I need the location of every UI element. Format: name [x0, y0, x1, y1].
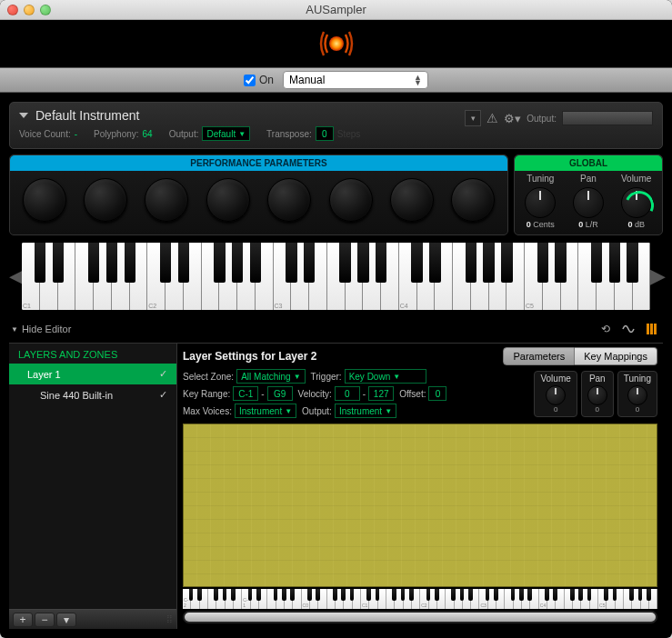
velocity-lo[interactable]: 0 — [335, 386, 360, 401]
black-key[interactable] — [426, 589, 431, 601]
select-zone-select[interactable]: All Matching▼ — [236, 369, 305, 384]
mini-keyboard[interactable]: C-2C-1C0C1C2C3C4C5 — [183, 589, 657, 609]
mapping-icon[interactable] — [645, 321, 661, 337]
black-key[interactable] — [274, 589, 278, 601]
transpose-value[interactable]: 0 — [316, 126, 334, 141]
black-key[interactable] — [460, 589, 465, 601]
black-key[interactable] — [553, 589, 557, 601]
black-key[interactable] — [250, 243, 261, 283]
black-key[interactable] — [231, 589, 236, 601]
on-checkbox-label[interactable]: On — [244, 74, 274, 86]
black-key[interactable] — [290, 589, 295, 601]
layer-tuning-knob[interactable] — [627, 385, 647, 405]
black-key[interactable] — [609, 243, 620, 283]
black-key[interactable] — [189, 589, 194, 601]
polyphony-value[interactable]: 64 — [143, 129, 153, 139]
black-key[interactable] — [627, 243, 637, 283]
black-key[interactable] — [35, 243, 45, 283]
black-key[interactable] — [587, 589, 592, 601]
black-key[interactable] — [527, 589, 532, 601]
warning-icon[interactable]: ⚠ — [486, 111, 498, 125]
black-key[interactable] — [376, 243, 386, 283]
black-key[interactable] — [333, 589, 337, 601]
black-key[interactable] — [409, 589, 414, 601]
black-key[interactable] — [214, 243, 225, 283]
layer-pan-knob[interactable] — [587, 385, 607, 405]
performance-knob-3[interactable] — [145, 178, 188, 222]
add-button[interactable]: + — [13, 613, 33, 627]
black-key[interactable] — [537, 243, 548, 283]
black-key[interactable] — [357, 243, 368, 283]
black-key[interactable] — [53, 243, 64, 283]
horizontal-scrollbar[interactable] — [183, 611, 657, 623]
black-key[interactable] — [286, 243, 296, 283]
trigger-select[interactable]: Key Down▼ — [345, 369, 426, 384]
black-key[interactable] — [366, 589, 371, 601]
performance-knob-1[interactable] — [23, 178, 66, 222]
black-key[interactable] — [613, 589, 617, 601]
layer-output-select[interactable]: Instrument▼ — [335, 404, 396, 418]
wave-icon[interactable] — [621, 321, 637, 337]
max-voices-select[interactable]: Instrument▼ — [235, 404, 296, 418]
action-menu-button[interactable]: ▾ — [56, 613, 76, 627]
black-key[interactable] — [88, 243, 99, 283]
black-key[interactable] — [591, 243, 602, 283]
black-key[interactable] — [545, 589, 549, 601]
zone-mapping-canvas[interactable] — [183, 424, 657, 587]
black-key[interactable] — [466, 243, 476, 283]
disclosure-triangle-icon[interactable] — [19, 113, 28, 118]
global-pan-knob[interactable] — [573, 187, 604, 218]
black-key[interactable] — [392, 589, 396, 601]
black-key[interactable] — [570, 589, 575, 601]
black-key[interactable] — [232, 243, 243, 283]
black-key[interactable] — [341, 589, 346, 601]
black-key[interactable] — [197, 589, 202, 601]
scrollbar-thumb[interactable] — [185, 613, 656, 622]
black-key[interactable] — [178, 243, 189, 283]
piano-scroll-left[interactable]: ◀ — [9, 264, 22, 288]
black-key[interactable] — [307, 589, 312, 601]
tab-parameters[interactable]: Parameters — [503, 347, 575, 365]
sidebar-item-zone[interactable]: Sine 440 Built-in✓ — [9, 384, 176, 405]
remove-button[interactable]: − — [35, 613, 55, 627]
black-key[interactable] — [304, 243, 315, 283]
black-key[interactable] — [339, 243, 350, 283]
window-close-button[interactable] — [7, 5, 18, 15]
black-key[interactable] — [468, 589, 473, 601]
black-key[interactable] — [214, 589, 218, 601]
black-key[interactable] — [604, 589, 608, 601]
black-key[interactable] — [511, 589, 516, 601]
reset-icon[interactable]: ⟲ — [597, 321, 614, 337]
layer-volume-knob[interactable] — [546, 385, 566, 405]
black-key[interactable] — [494, 589, 498, 601]
black-key[interactable] — [629, 589, 634, 601]
performance-knob-2[interactable] — [84, 178, 127, 222]
gear-icon[interactable]: ⚙▾ — [504, 112, 521, 125]
black-key[interactable] — [647, 589, 651, 601]
black-key[interactable] — [376, 589, 380, 601]
black-key[interactable] — [160, 243, 171, 283]
black-key[interactable] — [483, 243, 494, 283]
on-checkbox[interactable] — [244, 75, 256, 86]
hide-editor-toggle[interactable]: ▼Hide Editor — [11, 324, 71, 334]
performance-knob-6[interactable] — [329, 178, 373, 222]
resize-grip-icon[interactable]: ⦙⦙ — [167, 614, 173, 625]
window-minimize-button[interactable] — [24, 5, 35, 15]
key-range-hi[interactable]: G9 — [267, 386, 293, 401]
black-key[interactable] — [316, 589, 320, 601]
black-key[interactable] — [350, 589, 355, 601]
black-key[interactable] — [501, 243, 512, 283]
black-key[interactable] — [638, 589, 643, 601]
performance-knob-7[interactable] — [390, 178, 434, 222]
global-tuning-knob[interactable] — [525, 187, 556, 218]
black-key[interactable] — [223, 589, 227, 601]
black-key[interactable] — [282, 589, 286, 601]
black-key[interactable] — [555, 243, 566, 283]
black-key[interactable] — [256, 589, 261, 601]
window-zoom-button[interactable] — [40, 5, 51, 15]
output-select[interactable]: Default▼ — [202, 126, 250, 141]
tab-key-mappings[interactable]: Key Mappings — [575, 347, 657, 365]
black-key[interactable] — [486, 589, 490, 601]
black-key[interactable] — [435, 589, 439, 601]
key-range-lo[interactable]: C-1 — [233, 386, 258, 401]
